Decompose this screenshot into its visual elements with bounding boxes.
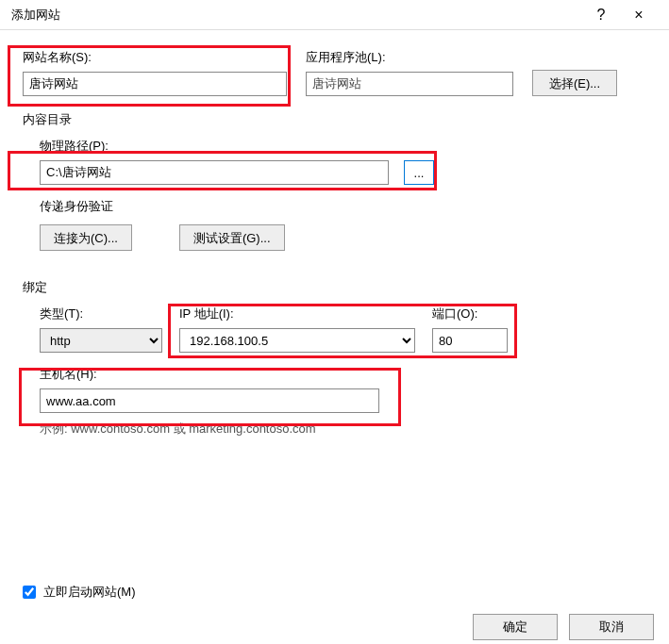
host-label: 主机名(H): <box>40 366 379 383</box>
type-select[interactable]: http <box>40 328 162 353</box>
site-name-input[interactable] <box>23 72 287 96</box>
auth-title: 传递身份验证 <box>40 198 646 215</box>
help-button[interactable]: ? <box>582 7 620 24</box>
start-now-label: 立即启动网站(M) <box>43 584 136 601</box>
browse-button[interactable]: ... <box>404 160 434 185</box>
select-app-pool-button[interactable]: 选择(E)... <box>532 70 617 96</box>
host-example: 示例: www.contoso.com 或 marketing.contoso.… <box>40 421 646 438</box>
app-pool-field <box>306 72 513 96</box>
titlebar: 添加网站 ? × <box>0 0 669 30</box>
port-label: 端口(O): <box>432 305 508 322</box>
ip-select[interactable]: 192.168.100.5 <box>179 328 415 353</box>
type-label: 类型(T): <box>40 305 162 322</box>
dialog-title: 添加网站 <box>11 7 582 24</box>
port-input[interactable] <box>432 328 508 353</box>
site-name-label: 网站名称(S): <box>23 49 287 66</box>
content-dir-title: 内容目录 <box>23 111 646 128</box>
test-settings-button[interactable]: 测试设置(G)... <box>179 224 285 251</box>
physical-path-label: 物理路径(P): <box>40 138 646 155</box>
ip-label: IP 地址(I): <box>179 305 415 322</box>
host-input[interactable] <box>40 388 379 413</box>
close-button[interactable]: × <box>620 7 658 24</box>
connect-as-button[interactable]: 连接为(C)... <box>40 224 132 251</box>
start-now-checkbox[interactable] <box>23 586 36 599</box>
cancel-button[interactable]: 取消 <box>569 614 654 640</box>
ok-button[interactable]: 确定 <box>473 614 558 640</box>
binding-title: 绑定 <box>23 279 646 296</box>
physical-path-input[interactable] <box>40 160 389 185</box>
app-pool-label: 应用程序池(L): <box>306 49 513 66</box>
